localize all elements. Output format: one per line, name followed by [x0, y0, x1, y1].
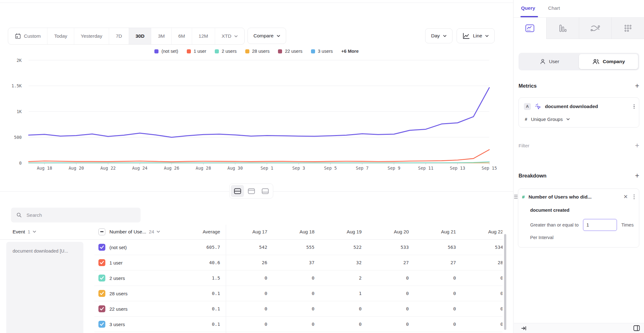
legend-item[interactable]: 3 users	[311, 49, 333, 54]
date-column-header[interactable]: Aug 18	[267, 229, 314, 234]
event-cell[interactable]: document downloaded [U...	[6, 242, 83, 333]
table-scrollbar[interactable]	[504, 234, 506, 330]
date-column-header[interactable]: Aug 21	[409, 229, 456, 234]
date-value-cell: 1	[314, 291, 362, 296]
company-icon	[592, 58, 600, 65]
add-metric-button[interactable]: +	[635, 82, 639, 90]
funnel-chart-tab[interactable]	[546, 18, 579, 39]
view-toggle-group	[229, 183, 273, 199]
search-bar[interactable]	[11, 208, 141, 222]
add-breakdown-button[interactable]: +	[635, 172, 639, 179]
range-30d[interactable]: 30D	[129, 28, 151, 44]
event-count: 1	[28, 229, 31, 235]
chart-only-icon	[248, 188, 255, 194]
table-only-button[interactable]	[258, 185, 272, 197]
legend-more-link[interactable]: +6 More	[341, 49, 358, 54]
journeys-tab-icon	[590, 24, 600, 32]
range-7d[interactable]: 7D	[109, 28, 129, 44]
metric-aggregation[interactable]: # Unique Groups	[525, 117, 570, 122]
series-checkbox[interactable]	[98, 305, 105, 312]
date-value-cell: 534	[456, 245, 502, 250]
legend-label: 3 users	[318, 49, 333, 54]
date-column-header[interactable]: Aug 17	[220, 229, 267, 234]
chevron-down-icon	[566, 118, 570, 120]
add-filter-button[interactable]: +	[635, 142, 639, 149]
range-xtd[interactable]: XTD	[215, 28, 244, 44]
aggregation-label: Unique Groups	[531, 117, 563, 122]
legend-item[interactable]: 2 users	[215, 49, 237, 54]
event-column-header[interactable]: Event 1	[0, 229, 94, 235]
series-label-cell: (not set)	[94, 244, 176, 251]
date-values: 542555522533563534	[220, 245, 502, 250]
user-toggle[interactable]: User	[520, 54, 579, 69]
breakdown-operator[interactable]: Greater than or equal to	[530, 222, 579, 227]
table-row[interactable]: (not set)605.7542555522533563534	[94, 240, 502, 255]
series-checkbox[interactable]	[98, 290, 105, 297]
more-charts-tab[interactable]	[611, 18, 644, 39]
metric-card[interactable]: A document downloaded # Unique Groups	[519, 97, 639, 128]
range-today[interactable]: Today	[47, 28, 74, 44]
average-column-header[interactable]: Average	[176, 229, 220, 234]
split-view-button[interactable]	[231, 185, 244, 197]
segmentation-chart-tab[interactable]	[514, 18, 546, 39]
series-checkbox[interactable]	[98, 244, 105, 251]
average-column-divider	[226, 225, 226, 333]
table-row[interactable]: 22 users0.1000000	[94, 301, 502, 317]
company-toggle[interactable]: Company	[579, 54, 638, 69]
date-value-cell: 0	[314, 322, 362, 327]
breakdown-value-input[interactable]	[583, 219, 617, 231]
metric-menu-button[interactable]	[633, 104, 635, 110]
range-custom[interactable]: Custom	[8, 28, 47, 44]
average-value: 0.1	[176, 291, 220, 296]
range-6m[interactable]: 6M	[172, 28, 192, 44]
x-tick-label: Sep 7	[356, 166, 369, 171]
table-row[interactable]: 3 users0.1000000	[94, 317, 502, 332]
interval-button[interactable]: Day	[425, 28, 452, 43]
select-all-checkbox[interactable]	[98, 228, 105, 235]
grid-dots-tab-icon	[624, 24, 632, 32]
date-value-cell: 2	[314, 276, 362, 281]
chart-only-button[interactable]	[245, 185, 258, 197]
date-value-cell: 32	[314, 260, 362, 265]
drag-handle-icon[interactable]	[514, 195, 518, 199]
series-checkbox[interactable]	[98, 321, 105, 328]
compare-button[interactable]: Compare	[247, 28, 286, 44]
funnel-chart-tab-icon	[558, 24, 567, 32]
series-name: 2 users	[109, 276, 125, 281]
table-row[interactable]: 2 users1.5002000	[94, 270, 502, 286]
breakdown-event[interactable]: document created	[530, 208, 569, 213]
right-sidebar-icon[interactable]	[633, 325, 640, 331]
remove-breakdown-button[interactable]: ✕	[622, 194, 629, 200]
collapse-panel-icon[interactable]	[521, 325, 527, 331]
breakdown-card[interactable]: # Number of Users who did... ✕ document …	[518, 188, 639, 248]
table-row[interactable]: 28 users0.1001000	[94, 286, 502, 301]
series-column-header[interactable]: Number of Use... 24	[94, 228, 176, 235]
tab-query[interactable]: Query	[521, 5, 535, 11]
range-3m[interactable]: 3M	[151, 28, 172, 44]
legend-item[interactable]: 1 user	[187, 49, 206, 54]
legend-item[interactable]: (not set)	[154, 49, 178, 54]
series-label-cell: 22 users	[94, 305, 176, 312]
search-input[interactable]	[26, 212, 135, 218]
breakdown-menu-button[interactable]	[633, 194, 635, 200]
journeys-chart-tab[interactable]	[579, 18, 612, 39]
date-value-cell: 0	[362, 291, 409, 296]
date-column-header[interactable]: Aug 19	[314, 229, 362, 234]
legend-item[interactable]: 22 users	[278, 49, 303, 54]
legend-label: 2 users	[222, 49, 237, 54]
date-value-cell: 0	[267, 276, 314, 281]
series-label-cell: 2 users	[94, 275, 176, 281]
tab-chart[interactable]: Chart	[548, 5, 560, 11]
legend-item[interactable]: 28 users	[245, 49, 270, 54]
range-12m[interactable]: 12M	[192, 28, 215, 44]
chart-type-button[interactable]: Line	[457, 28, 495, 43]
table-row[interactable]: 1 user40.6263732272728	[94, 255, 502, 270]
series-checkbox[interactable]	[98, 275, 105, 281]
date-column-header[interactable]: Aug 22	[456, 229, 502, 234]
date-column-header[interactable]: Aug 20	[362, 229, 409, 234]
range-yesterday[interactable]: Yesterday	[74, 28, 109, 44]
date-value-cell: 37	[267, 260, 314, 265]
series-checkbox[interactable]	[98, 259, 105, 266]
line-chart-area[interactable]	[0, 58, 513, 168]
breakdown-per-interval[interactable]: Per Interval	[530, 235, 553, 240]
